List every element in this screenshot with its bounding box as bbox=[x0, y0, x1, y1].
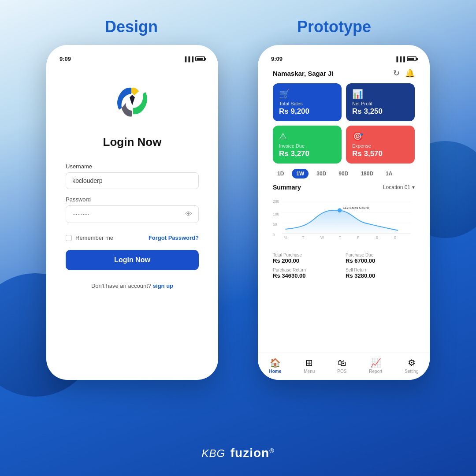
invoice-icon: ⚠ bbox=[279, 131, 335, 141]
dashboard-phone: 9:09 ▐▐▐ Namaskar, Sagar Ji ↻ 🔔 🛒 Total bbox=[258, 45, 430, 380]
svg-text:S: S bbox=[376, 235, 378, 240]
filter-180d[interactable]: 180D bbox=[356, 169, 378, 178]
net-profit-icon: 📊 bbox=[352, 89, 409, 99]
location-select[interactable]: Location 01 ▾ bbox=[383, 184, 415, 190]
svg-text:S: S bbox=[394, 235, 397, 240]
nav-pos-label: POS bbox=[337, 369, 346, 374]
setting-icon: ⚙ bbox=[408, 357, 416, 368]
total-sales-value: Rs 9,200 bbox=[279, 107, 335, 116]
svg-text:0: 0 bbox=[273, 233, 275, 237]
svg-text:T: T bbox=[302, 235, 304, 240]
svg-text:T: T bbox=[339, 235, 341, 240]
expense-value: Rs 3,570 bbox=[352, 149, 409, 158]
total-purchase-value: Rs 200.00 bbox=[273, 257, 342, 264]
filter-1a[interactable]: 1A bbox=[381, 169, 397, 178]
stat-card-total-sales[interactable]: 🛒 Total Sales Rs 9,200 bbox=[273, 83, 342, 121]
nav-menu-label: Menu bbox=[304, 369, 315, 374]
nav-setting[interactable]: ⚙ Setting bbox=[405, 357, 418, 374]
signal-icon: ▐▐▐ bbox=[183, 56, 193, 62]
password-dots: ·········· bbox=[72, 211, 89, 218]
stats-grid: 🛒 Total Sales Rs 9,200 📊 Net Profit Rs 3… bbox=[273, 83, 415, 164]
purchase-due: Purchase Due Rs 6700.00 bbox=[346, 253, 415, 264]
signup-prompt: Don't have an account? sign up bbox=[91, 283, 173, 289]
svg-text:F: F bbox=[357, 235, 359, 240]
nav-report-label: Report bbox=[369, 369, 382, 374]
report-icon: 📈 bbox=[370, 357, 381, 368]
nav-setting-label: Setting bbox=[405, 369, 418, 374]
nav-home[interactable]: 🏠 Home bbox=[269, 357, 281, 374]
password-group: Password ·········· 👁 bbox=[66, 196, 199, 223]
svg-text:50: 50 bbox=[273, 222, 277, 227]
svg-text:W: W bbox=[320, 235, 324, 240]
svg-text:112 Sales Count: 112 Sales Count bbox=[343, 206, 369, 210]
login-title: Login Now bbox=[103, 135, 162, 149]
sell-return: Sell Return Rs 3280.00 bbox=[346, 268, 415, 279]
signup-link[interactable]: sign up bbox=[153, 283, 173, 289]
footer-brand: KBG fuzion® bbox=[0, 446, 476, 460]
svg-text:M: M bbox=[284, 235, 287, 240]
dash-signal-icon: ▐▐▐ bbox=[395, 56, 405, 62]
stat-card-invoice-due[interactable]: ⚠ Invoice Due Rs 3,270 bbox=[273, 126, 342, 164]
purchase-due-value: Rs 6700.00 bbox=[346, 257, 415, 264]
sell-return-value: Rs 3280.00 bbox=[346, 272, 415, 279]
login-time: 9:09 bbox=[60, 56, 71, 62]
forgot-password-link[interactable]: Forgot Password? bbox=[149, 234, 199, 241]
dash-battery-icon bbox=[407, 56, 416, 61]
svg-text:200: 200 bbox=[273, 199, 279, 204]
remember-checkbox[interactable] bbox=[66, 235, 72, 241]
nav-home-label: Home bbox=[269, 369, 281, 374]
phones-container: 9:09 ▐▐▐ bbox=[0, 45, 476, 380]
nav-menu[interactable]: ⊞ Menu bbox=[304, 357, 315, 374]
password-label: Password bbox=[66, 196, 199, 203]
purchase-return-label: Purchase Return bbox=[273, 268, 342, 272]
stat-card-expense[interactable]: 🎯 Expense Rs 3,570 bbox=[346, 126, 415, 164]
total-purchase: Total Purchase Rs 200.00 bbox=[273, 253, 342, 264]
filter-1d[interactable]: 1D bbox=[273, 169, 288, 178]
pos-icon: 🛍 bbox=[338, 358, 346, 368]
chevron-down-icon: ▾ bbox=[412, 184, 415, 190]
remember-left: Remember me bbox=[66, 234, 113, 241]
purchase-return-value: Rs 34630.00 bbox=[273, 272, 342, 279]
prototype-label: Prototype bbox=[297, 18, 371, 36]
time-filter: 1D 1W 30D 90D 180D 1A bbox=[273, 169, 415, 178]
logo-container bbox=[110, 79, 154, 125]
purchase-return: Purchase Return Rs 34630.00 bbox=[273, 268, 342, 279]
login-phone: 9:09 ▐▐▐ bbox=[46, 45, 218, 380]
signup-text-static: Don't have an account? bbox=[91, 283, 151, 289]
total-purchase-label: Total Purchase bbox=[273, 253, 342, 257]
login-status-right: ▐▐▐ bbox=[183, 56, 205, 62]
home-icon: 🏠 bbox=[270, 357, 281, 368]
dash-icons: ↻ 🔔 bbox=[393, 68, 415, 78]
summary-title: Summary bbox=[273, 184, 301, 191]
purchase-grid: Total Purchase Rs 200.00 Purchase Due Rs… bbox=[273, 253, 415, 279]
remember-row: Remember me Forgot Password? bbox=[66, 234, 199, 241]
nav-pos[interactable]: 🛍 POS bbox=[337, 358, 346, 374]
design-label: Design bbox=[105, 18, 158, 36]
filter-30d[interactable]: 30D bbox=[312, 169, 331, 178]
section-labels: Design Prototype bbox=[0, 0, 476, 45]
total-sales-label: Total Sales bbox=[279, 101, 335, 106]
battery-icon bbox=[195, 56, 205, 61]
refresh-icon[interactable]: ↻ bbox=[393, 68, 400, 78]
stat-card-net-profit[interactable]: 📊 Net Profit Rs 3,250 bbox=[346, 83, 415, 121]
login-now-button[interactable]: Login Now bbox=[66, 250, 199, 270]
sales-chart: 200 100 50 0 bbox=[273, 194, 415, 247]
eye-icon[interactable]: 👁 bbox=[185, 210, 192, 218]
username-input[interactable]: kbclouderp bbox=[66, 172, 199, 189]
password-input[interactable]: ·········· 👁 bbox=[66, 205, 199, 223]
svg-text:100: 100 bbox=[273, 212, 279, 216]
location-label: Location 01 bbox=[383, 184, 410, 190]
expense-label: Expense bbox=[352, 143, 409, 149]
net-profit-value: Rs 3,250 bbox=[352, 107, 409, 116]
bell-icon[interactable]: 🔔 bbox=[405, 68, 415, 78]
sell-return-label: Sell Return bbox=[346, 268, 415, 272]
filter-90d[interactable]: 90D bbox=[334, 169, 353, 178]
login-content: Login Now Username kbclouderp Password ·… bbox=[55, 66, 209, 294]
dash-greeting: Namaskar, Sagar Ji bbox=[273, 70, 334, 77]
dashboard-content: Namaskar, Sagar Ji ↻ 🔔 🛒 Total Sales Rs … bbox=[267, 66, 421, 287]
filter-1w[interactable]: 1W bbox=[292, 169, 309, 178]
nav-report[interactable]: 📈 Report bbox=[369, 357, 382, 374]
brand-registered: ® bbox=[269, 447, 274, 454]
username-label: Username bbox=[66, 163, 199, 170]
footer-text: KBG fuzion® bbox=[201, 447, 274, 459]
